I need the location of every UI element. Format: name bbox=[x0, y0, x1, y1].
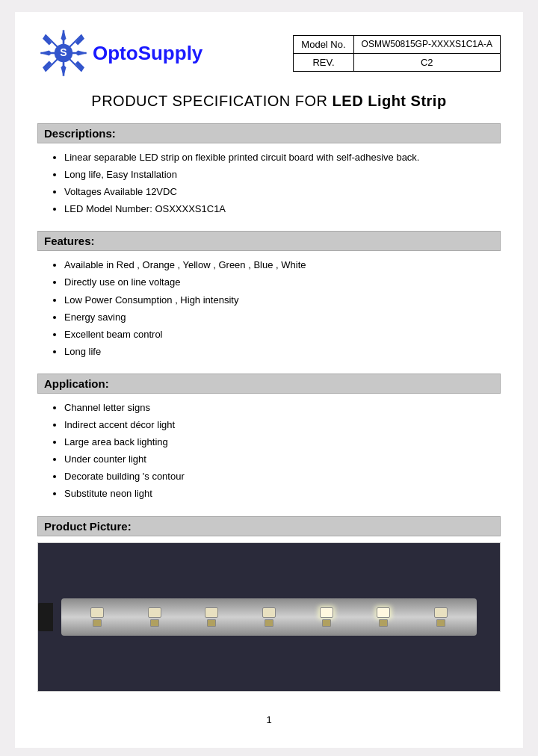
list-item: Decorate building 's contour bbox=[64, 468, 501, 485]
led-chip bbox=[262, 607, 276, 618]
descriptions-list: Linear separable LED strip on flexible p… bbox=[37, 149, 501, 217]
application-list: Channel letter signs Indirect accent déc… bbox=[37, 400, 501, 503]
svg-marker-6 bbox=[40, 51, 52, 56]
list-item: Excellent beam control bbox=[64, 326, 501, 343]
list-item: Energy saving bbox=[64, 309, 501, 326]
list-item: Low Power Consumption , High intensity bbox=[64, 292, 501, 309]
logo-text: OptoSupply bbox=[93, 42, 202, 65]
rev-label: REV. bbox=[294, 53, 353, 71]
led-component bbox=[377, 607, 390, 627]
rev-value: C2 bbox=[353, 53, 500, 71]
header: S OptoSupply Model No. OSMW50815GP-XXXXS… bbox=[37, 27, 501, 79]
led-component bbox=[205, 607, 218, 627]
led-cap bbox=[93, 619, 102, 627]
list-item: Large area back lighting bbox=[64, 434, 501, 450]
list-item: Indirect accent décor light bbox=[64, 417, 501, 433]
logo-area: S OptoSupply bbox=[37, 27, 293, 79]
led-component bbox=[90, 607, 104, 627]
page-number: 1 bbox=[37, 714, 501, 725]
logo-icon: S bbox=[37, 27, 90, 79]
descriptions-header: Descriptions: bbox=[37, 123, 501, 143]
list-item: Channel letter signs bbox=[64, 400, 501, 416]
list-item: Directly use on line voltage bbox=[64, 274, 501, 291]
led-component bbox=[434, 607, 448, 627]
application-section: Application: Channel letter signs Indire… bbox=[37, 374, 501, 503]
led-component bbox=[320, 607, 333, 627]
model-table: Model No. OSMW50815GP-XXXXS1C1A-A REV. C… bbox=[293, 35, 501, 72]
list-item: Available in Red , Orange , Yellow , Gre… bbox=[64, 257, 501, 273]
title-prefix: PRODUCT SPECIFICATION FOR bbox=[91, 93, 332, 109]
led-cap bbox=[379, 619, 388, 627]
features-list: Available in Red , Orange , Yellow , Gre… bbox=[37, 257, 501, 360]
led-cap bbox=[322, 619, 331, 627]
led-cap bbox=[265, 619, 273, 627]
features-header: Features: bbox=[37, 231, 501, 251]
title-bold: LED Light Strip bbox=[333, 93, 447, 109]
model-label: Model No. bbox=[294, 35, 353, 53]
list-item: Substitute neon light bbox=[64, 486, 501, 502]
features-section: Features: Available in Red , Orange , Ye… bbox=[37, 231, 501, 360]
svg-marker-4 bbox=[61, 30, 67, 42]
list-item: Long life bbox=[64, 344, 501, 360]
strip-connector bbox=[38, 603, 53, 631]
page: S OptoSupply Model No. OSMW50815GP-XXXXS… bbox=[15, 12, 523, 748]
led-cap bbox=[436, 619, 445, 627]
model-value: OSMW50815GP-XXXXS1C1A-A bbox=[353, 35, 500, 53]
svg-text:S: S bbox=[60, 46, 67, 58]
descriptions-section: Descriptions: Linear separable LED strip… bbox=[37, 123, 501, 217]
led-chip-bright bbox=[377, 607, 390, 618]
product-picture-header: Product Picture: bbox=[37, 516, 501, 536]
svg-marker-7 bbox=[75, 51, 87, 56]
led-strip bbox=[61, 598, 477, 636]
list-item: Under counter light bbox=[64, 451, 501, 468]
application-header: Application: bbox=[37, 374, 501, 394]
svg-marker-5 bbox=[61, 65, 67, 77]
list-item: Linear separable LED strip on flexible p… bbox=[64, 149, 501, 166]
led-chip bbox=[148, 607, 161, 618]
led-cap bbox=[207, 619, 216, 627]
led-cap bbox=[150, 619, 159, 627]
led-component bbox=[262, 607, 276, 627]
led-chip bbox=[205, 607, 218, 618]
led-chip bbox=[90, 607, 104, 618]
led-component bbox=[148, 607, 161, 627]
led-chip bbox=[434, 607, 448, 618]
led-chip-bright bbox=[320, 607, 333, 618]
list-item: LED Model Number: OSXXXXS1C1A bbox=[64, 201, 501, 217]
list-item: Voltages Available 12VDC bbox=[64, 184, 501, 200]
product-picture-section: Product Picture: bbox=[37, 516, 501, 692]
product-picture-box bbox=[37, 542, 501, 692]
list-item: Long life, Easy Installation bbox=[64, 167, 501, 183]
main-title: PRODUCT SPECIFICATION FOR LED Light Stri… bbox=[37, 93, 501, 110]
